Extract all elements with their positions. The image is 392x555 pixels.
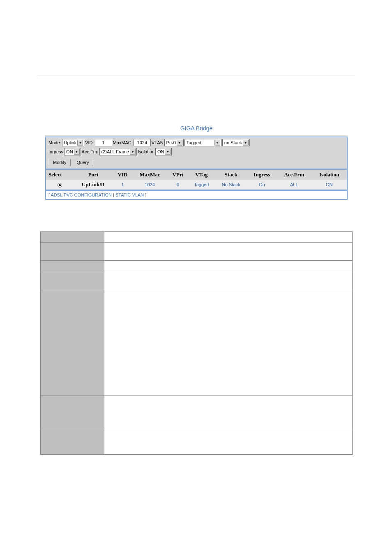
config-form: Mode: Uplink▼ VID: 1 MaxMAC: 1024 VLAN P… xyxy=(45,136,348,169)
cell-ingress: On xyxy=(247,180,277,190)
ingress-select[interactable]: ON▼ xyxy=(64,148,81,155)
col-select: Select xyxy=(46,170,73,180)
table-header-row: Select Port VID MaxMac VPri VTag Stack I… xyxy=(46,170,347,180)
separator: | xyxy=(112,192,115,197)
chevron-down-icon: ▼ xyxy=(177,140,182,146)
chevron-down-icon: ▼ xyxy=(243,140,249,146)
chevron-down-icon: ▼ xyxy=(165,149,171,155)
desc-cell xyxy=(41,243,104,261)
vlan-label: VLAN xyxy=(152,140,164,145)
col-port: Port xyxy=(73,170,113,180)
cell-vtag: Tagged xyxy=(188,180,215,190)
bracket-close: ] xyxy=(144,192,146,197)
maxmac-label: MaxMAC: xyxy=(113,140,133,145)
cell-maxmac: 1024 xyxy=(132,180,168,190)
isolation-select[interactable]: ON▼ xyxy=(155,148,172,155)
desc-cell xyxy=(104,290,353,395)
divider xyxy=(45,135,348,136)
panel-title: GIGA Bridge xyxy=(45,122,348,135)
desc-cell xyxy=(41,395,104,429)
col-isolation: Isolation xyxy=(311,170,347,180)
isolation-label: Isolation xyxy=(138,149,154,154)
tagged-select[interactable]: Tagged▼ xyxy=(184,139,221,146)
ingress-label: Ingress xyxy=(48,149,63,154)
desc-cell xyxy=(41,290,104,395)
chevron-down-icon: ▼ xyxy=(74,149,80,155)
footer-links: [ ADSL PVC CONFIGURATION | STATIC VLAN ] xyxy=(45,190,348,200)
desc-cell xyxy=(41,429,104,455)
static-vlan-link[interactable]: STATIC VLAN xyxy=(115,192,144,197)
desc-cell xyxy=(104,395,353,429)
accfrm-select[interactable]: (2)ALL Frame▼ xyxy=(99,148,137,155)
mode-label: Mode: xyxy=(48,140,61,145)
chevron-down-icon: ▼ xyxy=(77,140,83,146)
bridge-table: Select Port VID MaxMac VPri VTag Stack I… xyxy=(45,169,348,190)
desc-cell xyxy=(41,272,104,290)
maxmac-input[interactable]: 1024 xyxy=(134,139,151,146)
cell-vpri: 0 xyxy=(168,180,188,190)
cell-vid: 1 xyxy=(113,180,132,190)
desc-cell xyxy=(104,272,353,290)
chevron-down-icon: ▼ xyxy=(130,149,136,155)
desc-cell xyxy=(104,429,353,455)
description-table xyxy=(40,231,353,455)
col-vpri: VPri xyxy=(168,170,188,180)
col-stack: Stack xyxy=(215,170,247,180)
table-row: UpLink#1 1 1024 0 Tagged No Stack On ALL… xyxy=(46,180,347,190)
vid-input[interactable]: 1 xyxy=(95,139,112,146)
cell-accfrm: ALL xyxy=(277,180,311,190)
row-select-radio[interactable] xyxy=(58,183,62,187)
desc-cell xyxy=(104,261,353,272)
col-vid: VID xyxy=(113,170,132,180)
mode-select[interactable]: Uplink▼ xyxy=(62,139,85,146)
accfrm-label: Acc.Frm xyxy=(82,149,99,154)
desc-cell xyxy=(41,261,104,272)
cell-port: UpLink#1 xyxy=(73,180,113,190)
desc-cell xyxy=(104,232,353,243)
cell-isolation: ON xyxy=(311,180,347,190)
divider xyxy=(37,76,355,76)
col-accfrm: Acc.Frm xyxy=(277,170,311,180)
desc-cell xyxy=(104,243,353,261)
col-vtag: VTag xyxy=(188,170,215,180)
adsl-pvc-link[interactable]: ADSL PVC CONFIGURATION xyxy=(51,192,112,197)
modify-button[interactable]: Modify xyxy=(48,159,71,166)
col-ingress: Ingress xyxy=(247,170,277,180)
query-button[interactable]: Query xyxy=(72,159,93,166)
cell-stack: No Stack xyxy=(215,180,247,190)
giga-bridge-panel: GIGA Bridge Mode: Uplink▼ VID: 1 MaxMAC:… xyxy=(45,122,348,200)
vid-label: VID: xyxy=(85,140,94,145)
stack-select[interactable]: no Stack▼ xyxy=(222,139,250,146)
col-maxmac: MaxMac xyxy=(132,170,168,180)
chevron-down-icon: ▼ xyxy=(214,140,220,146)
desc-cell xyxy=(41,232,104,243)
vlan-select[interactable]: Pri-0▼ xyxy=(164,139,184,146)
